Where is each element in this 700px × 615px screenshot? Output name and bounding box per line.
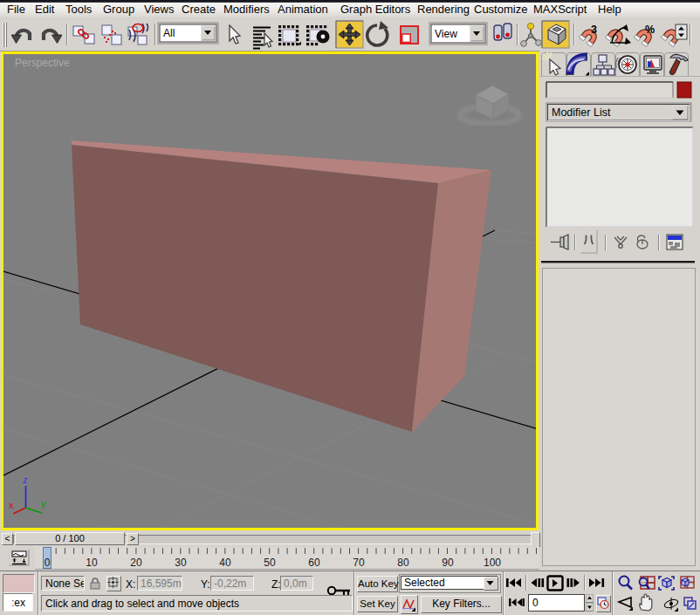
svg-text:All: All <box>163 27 175 39</box>
svg-text:y: y <box>41 498 46 509</box>
svg-text:90: 90 <box>442 557 454 569</box>
svg-text:40: 40 <box>219 557 231 569</box>
svg-text:View: View <box>435 28 457 40</box>
svg-text:Modifier List: Modifier List <box>552 106 611 119</box>
svg-text:z: z <box>23 475 28 485</box>
svg-text:70: 70 <box>353 557 365 569</box>
svg-text:50: 50 <box>264 557 276 569</box>
svg-text:60: 60 <box>308 557 320 569</box>
svg-text:3: 3 <box>591 24 597 36</box>
svg-text:80: 80 <box>397 557 409 569</box>
svg-text:10: 10 <box>86 557 98 569</box>
svg-text:100: 100 <box>484 557 501 569</box>
svg-text:x: x <box>9 500 14 510</box>
svg-text:20: 20 <box>130 557 142 569</box>
svg-text:0: 0 <box>45 557 51 569</box>
svg-text:30: 30 <box>175 557 187 569</box>
svg-text:%: % <box>645 24 655 36</box>
